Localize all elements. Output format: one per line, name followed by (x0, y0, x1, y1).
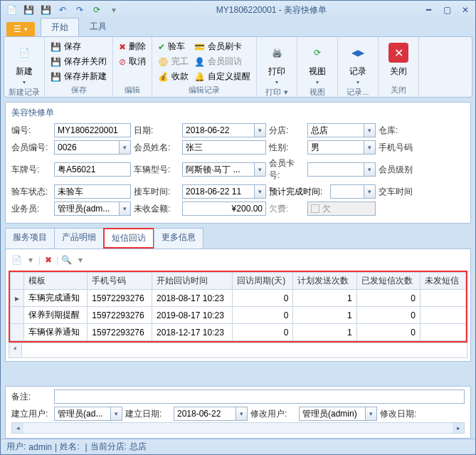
code-input[interactable]: MY1806220001 (54, 123, 131, 137)
label-date: 日期: (134, 125, 179, 137)
custom-remind-button[interactable]: 🔔自定义提醒 (193, 70, 252, 83)
tab-tools[interactable]: 工具 (79, 17, 117, 36)
label-code: 编号: (11, 125, 51, 137)
col-template[interactable]: 模板 (24, 273, 88, 290)
horizontal-scrollbar[interactable]: ◂▸ (11, 422, 465, 434)
col-cycle[interactable]: 回访周期(天) (233, 273, 293, 290)
receive-time-input[interactable]: 2018-06-22 11▾ (182, 184, 266, 199)
gender-select[interactable]: 男▾ (307, 140, 376, 155)
group-view: ⟳视图▾ 视图 (297, 37, 338, 97)
label-remark: 备注: (11, 391, 51, 403)
group-close: ✕关闭 关闭 (379, 37, 419, 97)
tab-more[interactable]: 更多信息 (154, 228, 203, 249)
member-code-input[interactable]: 0026▾ (54, 140, 131, 155)
delete-button[interactable]: ✖删除 (117, 40, 147, 53)
table-row[interactable]: ▸ 车辆完成通知 15972293276 2018-08-17 10:23 0 … (11, 290, 466, 307)
col-plan[interactable]: 计划发送次数 (293, 273, 356, 290)
chevron-down-icon[interactable]: ▾ (255, 123, 266, 137)
money-icon: 💰 (158, 72, 169, 82)
log-button[interactable]: ◀▶记录▾ (342, 40, 374, 85)
expect-time-input[interactable]: ▾ (330, 184, 376, 199)
salesman-select[interactable]: 管理员(adm...▾ (54, 202, 131, 216)
dropdown-icon[interactable]: ▾ (24, 253, 37, 266)
col-unsent[interactable]: 未发短信 (420, 273, 465, 290)
card-no-select[interactable]: ▾ (307, 162, 376, 177)
creator-select[interactable]: 管理员(ad...▾ (54, 407, 122, 421)
window-controls: ━ ▢ ✕ (421, 5, 472, 15)
member-name-input[interactable]: 张三 (182, 140, 266, 155)
qat-icon[interactable]: 📄 (4, 3, 19, 17)
remark-input[interactable] (54, 389, 465, 404)
date-input[interactable]: 2018-06-22▾ (182, 123, 266, 137)
modifier-select[interactable]: 管理员(admin)▾ (299, 407, 377, 421)
label-model: 车辆型号: (134, 164, 179, 176)
plate-input[interactable]: 粤A56021 (54, 162, 131, 177)
qat-refresh-icon[interactable]: ⟳ (89, 3, 105, 17)
tab-product[interactable]: 产品明细 (54, 228, 104, 249)
chevron-down-icon[interactable]: ▾ (120, 140, 131, 155)
table-row[interactable]: 车辆保养通知 15972293276 2018-12-17 10:23 0 1 … (11, 324, 466, 341)
nav-icon: ◀▶ (347, 41, 369, 64)
add-row-button[interactable]: 📄 (10, 253, 23, 266)
print-button[interactable]: 🖨️打印▾ (261, 40, 292, 85)
tab-sms[interactable]: 短信回访 (103, 228, 154, 249)
chevron-down-icon[interactable]: ▾ (236, 407, 248, 421)
inspect-button[interactable]: ✔验车 (157, 40, 190, 53)
chevron-down-icon[interactable]: ▾ (255, 162, 266, 177)
inspect-state-input[interactable]: 未验车 (54, 184, 131, 199)
table-row[interactable]: 保养到期提醒 15972293276 2019-08-17 10:23 0 1 … (11, 307, 466, 324)
chevron-down-icon[interactable]: ▾ (111, 407, 122, 421)
group-save: 💾保存 💾保存并关闭 💾保存并新建 保存 (45, 37, 113, 97)
close-icon: ✕ (387, 41, 410, 64)
chevron-down-icon[interactable]: ▾ (366, 407, 377, 421)
delete-row-button[interactable]: ✖ (42, 253, 55, 266)
col-sent[interactable]: 已发短信次数 (356, 273, 420, 290)
tab-service[interactable]: 服务项目 (5, 228, 55, 249)
file-menu-button[interactable]: ☰▾ (6, 22, 35, 36)
model-select[interactable]: 阿斯顿·马丁 ...▾ (182, 162, 266, 177)
debt-input: 欠 (307, 202, 376, 216)
new-button[interactable]: 📄 新建 ▾ (9, 40, 40, 85)
chevron-down-icon[interactable]: ▾ (255, 184, 266, 199)
scroll-left-icon[interactable]: ◂ (12, 423, 23, 433)
branch-select[interactable]: 总店▾ (307, 123, 376, 137)
chevron-down-icon[interactable]: ▾ (364, 123, 376, 137)
chevron-down-icon[interactable]: ▾ (364, 162, 376, 177)
unpaid-input[interactable]: ¥200.00 (182, 202, 266, 216)
qat-save-icon[interactable]: 💾 (21, 3, 36, 17)
collect-button[interactable]: 💰收款 (157, 70, 190, 83)
tab-start[interactable]: 开始 (41, 18, 79, 36)
label-mobile: 手机号码 (379, 142, 414, 154)
minimize-button[interactable]: ━ (421, 5, 435, 15)
col-phone[interactable]: 手机号码 (88, 273, 152, 290)
chevron-down-icon[interactable]: ▾ (120, 202, 131, 216)
cancel-button[interactable]: ⊘取消 (117, 55, 147, 68)
save-close-button[interactable]: 💾保存并关闭 (49, 55, 108, 68)
document-icon: 📄 (13, 41, 36, 64)
qat-undo-icon[interactable]: ↶ (55, 3, 70, 17)
qat-dropdown-icon[interactable]: ▾ (106, 3, 122, 17)
label-creator: 建立用户: (11, 408, 51, 420)
close-button[interactable]: ✕关闭 (383, 40, 414, 78)
view-row-button[interactable]: 🔍 (60, 253, 73, 266)
member-visit-button[interactable]: 👤会员回访 (193, 55, 252, 68)
refresh-icon: ⟳ (306, 41, 329, 64)
dropdown-icon[interactable]: ▾ (74, 253, 87, 266)
save-new-button[interactable]: 💾保存并新建 (49, 70, 108, 83)
qat-save-icon[interactable]: 💾 (38, 3, 53, 17)
maximize-button[interactable]: ▢ (440, 5, 454, 15)
qat-redo-icon[interactable]: ↷ (72, 3, 88, 17)
col-start[interactable]: 开始回访时间 (152, 273, 233, 290)
save-button[interactable]: 💾保存 (49, 40, 108, 53)
group-print-label: 打印 ▾ (261, 85, 292, 99)
label-plate: 车牌号: (11, 164, 51, 176)
finish-button[interactable]: 📀完工 (157, 55, 190, 68)
new-row[interactable]: * (9, 343, 467, 358)
view-button[interactable]: ⟳视图▾ (302, 40, 333, 85)
chevron-down-icon[interactable]: ▾ (364, 140, 376, 155)
chevron-down-icon[interactable]: ▾ (364, 184, 376, 199)
scroll-right-icon[interactable]: ▸ (453, 423, 464, 433)
create-date-input[interactable]: 2018-06-22▾ (174, 407, 248, 421)
close-button[interactable]: ✕ (458, 5, 472, 15)
member-card-button[interactable]: 💳会员刷卡 (193, 40, 252, 53)
